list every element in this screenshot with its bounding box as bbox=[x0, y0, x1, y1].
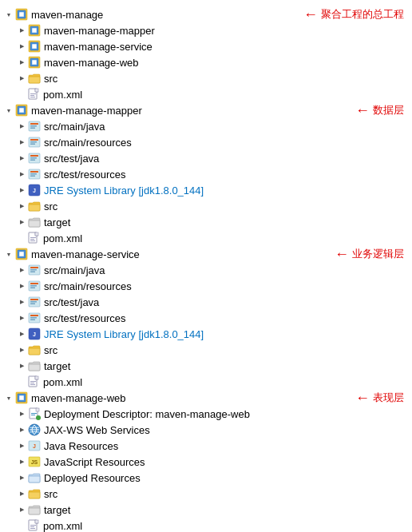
tree-item-maven-manage-service-child[interactable]: maven-manage-service bbox=[0, 38, 412, 54]
label-src-web: src bbox=[44, 488, 57, 500]
tree-item-pom-web[interactable]: pom.xml bbox=[0, 518, 412, 532]
svg-text:JS: JS bbox=[31, 459, 38, 465]
annotation-text-maven-manage-mapper: 数据层 bbox=[373, 103, 404, 117]
tree-item-deployed-resources[interactable]: Deployed Resources bbox=[0, 470, 412, 486]
svg-rect-49 bbox=[30, 272, 35, 273]
arrow-maven-manage[interactable] bbox=[3, 9, 14, 20]
label-src-test-resources-service: src/test/resources bbox=[44, 312, 126, 324]
tree-item-target-mapper[interactable]: target bbox=[0, 214, 412, 230]
arrow-target-web[interactable] bbox=[16, 504, 27, 515]
arrow-maven-manage-mapper-child[interactable] bbox=[16, 25, 27, 36]
svg-text:J: J bbox=[33, 188, 36, 193]
arrow-src-main-java-mapper[interactable] bbox=[16, 121, 27, 132]
tree-item-src-root[interactable]: src bbox=[0, 70, 412, 86]
svg-rect-14 bbox=[30, 93, 36, 94]
label-src-test-resources-mapper: src/test/resources bbox=[44, 169, 126, 181]
svg-rect-57 bbox=[30, 304, 35, 305]
tree-item-maven-manage-service[interactable]: maven-manage-service←业务逻辑层 bbox=[0, 246, 412, 262]
annotation-arrow-maven-manage-service: ← bbox=[335, 246, 349, 263]
tree-item-src-test-java-mapper[interactable]: src/test/java bbox=[0, 150, 412, 166]
arrow-src-test-resources-mapper[interactable] bbox=[16, 169, 27, 180]
svg-rect-60 bbox=[30, 317, 37, 319]
project-icon bbox=[28, 56, 41, 69]
arrow-js-resources[interactable] bbox=[16, 456, 27, 467]
arrow-src-mapper[interactable] bbox=[16, 200, 27, 212]
annotation-maven-manage-mapper: ←数据层 bbox=[355, 102, 404, 119]
tree-item-maven-manage-mapper-child[interactable]: maven-manage-mapper bbox=[0, 22, 412, 38]
label-maven-manage-mapper-child: maven-manage-mapper bbox=[44, 25, 155, 37]
tree-item-pom-root[interactable]: pom.xml bbox=[0, 86, 412, 102]
label-java-resources: Java Resources bbox=[44, 440, 118, 452]
tree-item-target-service[interactable]: target bbox=[0, 358, 412, 374]
tree-item-src-test-java-service[interactable]: src/test/java bbox=[0, 294, 412, 310]
tree-item-src-main-java-service[interactable]: src/main/java bbox=[0, 262, 412, 278]
tree-item-jax-ws[interactable]: JAX-WS Web Services bbox=[0, 422, 412, 438]
svg-rect-21 bbox=[30, 123, 38, 125]
src-java-icon bbox=[28, 264, 41, 276]
arrow-src-web[interactable] bbox=[16, 488, 27, 499]
label-jre-mapper: JRE System Library [jdk1.8.0_144] bbox=[44, 185, 204, 197]
arrow-src-test-resources-service[interactable] bbox=[16, 312, 27, 324]
svg-rect-67 bbox=[30, 383, 34, 383]
svg-rect-5 bbox=[32, 28, 37, 33]
arrow-maven-manage-mapper[interactable] bbox=[3, 105, 14, 116]
tree-item-maven-manage-web[interactable]: maven-manage-web←表现层 bbox=[0, 390, 412, 406]
tree-item-maven-manage-web-child[interactable]: maven-manage-web bbox=[0, 54, 412, 70]
annotation-maven-manage: ←聚合工程的总工程 bbox=[303, 6, 404, 23]
tree-item-pom-service[interactable]: pom.xml bbox=[0, 374, 412, 390]
tree-item-target-web[interactable]: target bbox=[0, 502, 412, 518]
svg-rect-19 bbox=[19, 108, 24, 113]
project-icon bbox=[15, 104, 28, 117]
tree-item-src-test-resources-service[interactable]: src/test/resources bbox=[0, 310, 412, 326]
label-js-resources: JavaScript Resources bbox=[44, 456, 145, 468]
pom-icon bbox=[27, 232, 40, 244]
src-java-icon bbox=[28, 120, 41, 133]
tree-item-jre-service[interactable]: J JRE System Library [jdk1.8.0_144] bbox=[0, 326, 412, 342]
tree-item-src-test-resources-mapper[interactable]: src/test/resources bbox=[0, 166, 412, 182]
arrow-jre-service[interactable] bbox=[16, 328, 27, 339]
tree-item-js-resources[interactable]: JS JavaScript Resources bbox=[0, 454, 412, 470]
arrow-src-test-java-service[interactable] bbox=[16, 296, 27, 308]
arrow-jax-ws[interactable] bbox=[16, 424, 27, 435]
tree-item-deployment-descriptor[interactable]: Deployment Descriptor: maven-manage-web bbox=[0, 406, 412, 422]
label-pom-web: pom.xml bbox=[43, 520, 82, 532]
annotation-arrow-maven-manage: ← bbox=[303, 6, 318, 23]
arrow-deployed-resources[interactable] bbox=[16, 472, 27, 483]
project-icon bbox=[28, 40, 41, 53]
arrow-maven-manage-web[interactable] bbox=[3, 392, 14, 403]
tree-item-java-resources[interactable]: J Java Resources bbox=[0, 438, 412, 454]
svg-rect-45 bbox=[19, 252, 24, 256]
arrow-src-main-resources-mapper[interactable] bbox=[16, 137, 27, 148]
tree-item-src-web[interactable]: src bbox=[0, 486, 412, 502]
label-src-main-java-mapper: src/main/java bbox=[44, 121, 105, 133]
arrow-src-main-java-service[interactable] bbox=[16, 264, 27, 276]
arrow-src-service[interactable] bbox=[16, 344, 27, 355]
folder-icon bbox=[28, 72, 41, 85]
tree-item-src-main-resources-service[interactable]: src/main/resources bbox=[0, 278, 412, 294]
arrow-src-main-resources-service[interactable] bbox=[16, 280, 27, 292]
tree-item-src-main-java-mapper[interactable]: src/main/java bbox=[0, 118, 412, 134]
arrow-maven-manage-web-child[interactable] bbox=[16, 57, 27, 68]
label-maven-manage-web-child: maven-manage-web bbox=[44, 57, 139, 69]
tree-item-src-mapper[interactable]: src bbox=[0, 198, 412, 214]
arrow-java-resources[interactable] bbox=[16, 440, 27, 451]
tree-item-pom-mapper[interactable]: pom.xml bbox=[0, 230, 412, 246]
tree-item-src-service[interactable]: src bbox=[0, 342, 412, 358]
label-target-web: target bbox=[44, 504, 70, 516]
arrow-src-test-java-mapper[interactable] bbox=[16, 153, 27, 164]
arrow-deployment-descriptor[interactable] bbox=[16, 408, 27, 419]
tree-item-jre-mapper[interactable]: J JRE System Library [jdk1.8.0_144] bbox=[0, 182, 412, 198]
arrow-target-service[interactable] bbox=[16, 360, 27, 371]
arrow-maven-manage-service-child[interactable] bbox=[16, 41, 27, 52]
arrow-target-mapper[interactable] bbox=[16, 216, 27, 228]
svg-rect-31 bbox=[30, 160, 35, 161]
arrow-maven-manage-service[interactable] bbox=[3, 248, 14, 260]
svg-rect-41 bbox=[30, 239, 34, 240]
tree-item-maven-manage[interactable]: maven-manage←聚合工程的总工程 bbox=[0, 6, 412, 22]
arrow-src-root[interactable] bbox=[16, 73, 27, 84]
svg-rect-23 bbox=[30, 128, 35, 129]
svg-rect-11 bbox=[32, 60, 37, 65]
arrow-jre-mapper[interactable] bbox=[16, 185, 27, 196]
tree-item-maven-manage-mapper[interactable]: maven-manage-mapper←数据层 bbox=[0, 102, 412, 118]
tree-item-src-main-resources-mapper[interactable]: src/main/resources bbox=[0, 134, 412, 150]
